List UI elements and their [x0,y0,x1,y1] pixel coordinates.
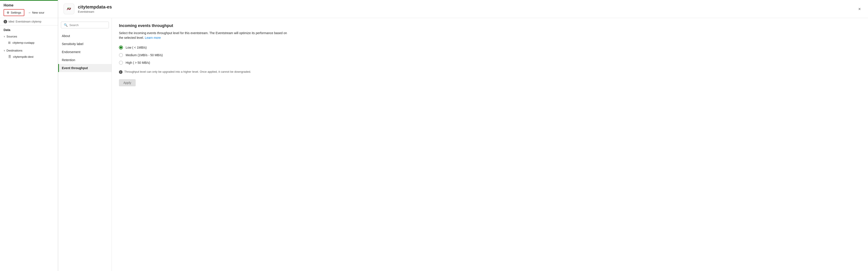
radio-item-low[interactable]: Low ( < 1MB/s) [119,45,861,49]
data-label: Data [0,26,58,33]
search-input[interactable] [69,24,106,27]
nav-item-about[interactable]: About [58,32,112,40]
eventstream-icon [64,4,74,14]
sidebar: Home ⚙ Settings → New sour i Idled Event… [0,0,58,271]
modal-title-text: citytempdata-es Eventstream [78,4,112,13]
status-state: Idled [8,20,14,23]
source-name: citytemp-custapp [12,41,34,44]
chevron-down-icon: ∨ [4,35,5,38]
radio-item-medium[interactable]: Medium (1MB/s - 50 MB/s) [119,53,861,57]
settings-description: Select the incoming events throughput le… [119,31,288,40]
new-source-button[interactable]: → New sour [25,9,47,16]
sidebar-header: Home ⚙ Settings → New sour [0,1,58,18]
destination-icon: 🗄 [8,55,11,59]
arrow-icon: → [28,11,31,14]
chevron-down-icon: ∨ [4,49,5,52]
modal-subtitle: Eventstream [78,10,112,13]
search-container: 🔍 [61,22,109,28]
gear-icon: ⚙ [7,11,9,14]
learn-more-link[interactable]: Learn more [145,36,161,39]
modal-title: citytempdata-es [78,4,112,9]
settings-content: Incoming events throughput Select the in… [112,18,868,271]
nav-item-event-throughput[interactable]: Event throughput [58,64,112,72]
nav-item-endorsement[interactable]: Endorsement [58,48,112,56]
settings-button[interactable]: ⚙ Settings [4,9,24,16]
app-container: Home ⚙ Settings → New sour i Idled Event… [0,0,868,271]
warning-note: i Throughput level can only be upgraded … [119,70,288,74]
radio-high-label: High ( > 50 MB/s) [126,61,150,64]
warning-text: Throughput level can only be upgraded in… [124,70,251,73]
info-icon: i [4,20,7,24]
radio-low-label: Low ( < 1MB/s) [126,46,147,49]
modal-header: citytempdata-es Eventstream × [58,0,868,18]
radio-medium-circle [119,53,123,57]
settings-button-label: Settings [11,11,21,14]
settings-modal: citytempdata-es Eventstream × 🔍 About [58,0,868,271]
destinations-group: ∨ Destinations 🗄 citytempdb-dest [0,46,58,61]
throughput-radio-group: Low ( < 1MB/s) Medium (1MB/s - 50 MB/s) … [119,45,861,65]
destinations-header[interactable]: ∨ Destinations [0,47,58,54]
radio-high-circle [119,61,123,65]
sidebar-status: i Idled Eventstream citytemp [0,18,58,26]
close-icon: × [858,6,861,11]
settings-section-title: Incoming events throughput [119,24,861,28]
sources-label: Sources [6,35,17,38]
sources-group: ∨ Sources ⊞ citytemp-custapp [0,33,58,46]
radio-item-high[interactable]: High ( > 50 MB/s) [119,61,861,65]
radio-low-circle [119,45,123,49]
sidebar-actions: ⚙ Settings → New sour [4,9,54,16]
radio-medium-label: Medium (1MB/s - 50 MB/s) [126,53,163,57]
status-description: Eventstream citytemp [16,20,41,23]
sidebar-item-dest[interactable]: 🗄 citytempdb-dest [0,54,58,60]
nav-item-sensitivity[interactable]: Sensitivity label [58,40,112,48]
destinations-label: Destinations [6,49,23,52]
search-icon: 🔍 [64,23,68,27]
source-icon: ⊞ [8,41,11,44]
nav-item-retention[interactable]: Retention [58,56,112,64]
modal-close-button[interactable]: × [857,6,863,12]
sources-header[interactable]: ∨ Sources [0,33,58,39]
warning-info-icon: i [119,70,123,74]
modal-body: 🔍 About Sensitivity label Endorsement Re… [58,18,868,271]
sidebar-item-custapp[interactable]: ⊞ citytemp-custapp [0,39,58,46]
settings-nav: 🔍 About Sensitivity label Endorsement Re… [58,18,112,271]
destination-name: citytempdb-dest [13,55,33,59]
sidebar-title: Home [4,3,54,7]
modal-title-group: citytempdata-es Eventstream [64,4,112,14]
apply-button-label: Apply [123,81,131,84]
new-source-label: New sour [32,11,44,14]
description-text: Select the incoming events throughput le… [119,31,287,39]
apply-button[interactable]: Apply [119,79,136,86]
